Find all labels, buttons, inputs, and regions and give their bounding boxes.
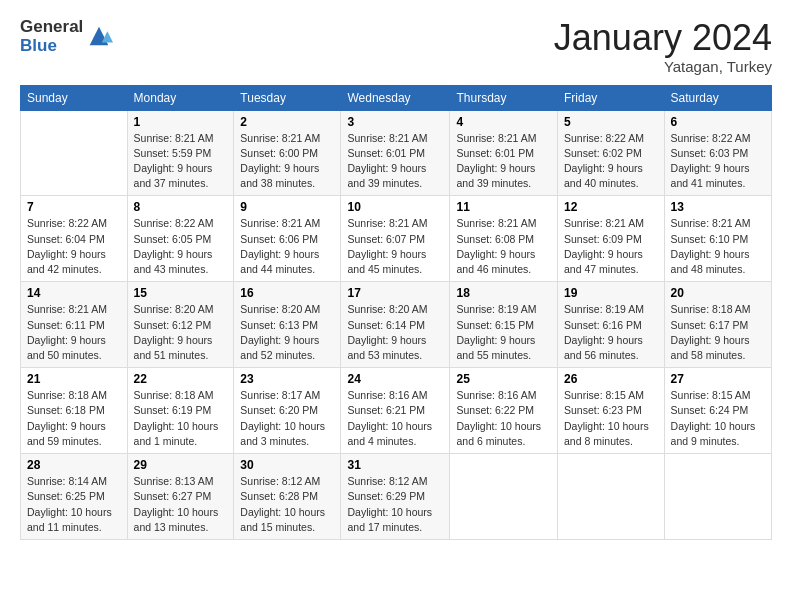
day-number: 17 [347, 286, 443, 300]
calendar-cell: 21Sunrise: 8:18 AMSunset: 6:18 PMDayligh… [21, 368, 128, 454]
day-number: 22 [134, 372, 228, 386]
calendar-cell: 5Sunrise: 8:22 AMSunset: 6:02 PMDaylight… [558, 110, 665, 196]
weekday-header-sunday: Sunday [21, 85, 128, 110]
day-info: Sunrise: 8:22 AMSunset: 6:05 PMDaylight:… [134, 216, 228, 277]
title-month: January 2024 [554, 18, 772, 58]
weekday-header-saturday: Saturday [664, 85, 771, 110]
logo-icon [85, 22, 113, 50]
day-number: 13 [671, 200, 765, 214]
day-info: Sunrise: 8:18 AMSunset: 6:18 PMDaylight:… [27, 388, 121, 449]
day-info: Sunrise: 8:21 AMSunset: 6:09 PMDaylight:… [564, 216, 658, 277]
calendar-cell: 7Sunrise: 8:22 AMSunset: 6:04 PMDaylight… [21, 196, 128, 282]
calendar-cell: 27Sunrise: 8:15 AMSunset: 6:24 PMDayligh… [664, 368, 771, 454]
day-number: 16 [240, 286, 334, 300]
weekday-header-monday: Monday [127, 85, 234, 110]
calendar-cell: 11Sunrise: 8:21 AMSunset: 6:08 PMDayligh… [450, 196, 558, 282]
calendar-cell: 19Sunrise: 8:19 AMSunset: 6:16 PMDayligh… [558, 282, 665, 368]
day-number: 29 [134, 458, 228, 472]
calendar-cell: 16Sunrise: 8:20 AMSunset: 6:13 PMDayligh… [234, 282, 341, 368]
day-info: Sunrise: 8:15 AMSunset: 6:24 PMDaylight:… [671, 388, 765, 449]
logo-blue: Blue [20, 37, 83, 56]
day-number: 9 [240, 200, 334, 214]
calendar-cell: 14Sunrise: 8:21 AMSunset: 6:11 PMDayligh… [21, 282, 128, 368]
calendar-cell: 12Sunrise: 8:21 AMSunset: 6:09 PMDayligh… [558, 196, 665, 282]
weekday-header-friday: Friday [558, 85, 665, 110]
day-info: Sunrise: 8:16 AMSunset: 6:22 PMDaylight:… [456, 388, 551, 449]
day-number: 20 [671, 286, 765, 300]
title-block: January 2024 Yatagan, Turkey [554, 18, 772, 75]
day-info: Sunrise: 8:13 AMSunset: 6:27 PMDaylight:… [134, 474, 228, 535]
day-number: 21 [27, 372, 121, 386]
calendar-cell: 2Sunrise: 8:21 AMSunset: 6:00 PMDaylight… [234, 110, 341, 196]
calendar-cell: 28Sunrise: 8:14 AMSunset: 6:25 PMDayligh… [21, 454, 128, 540]
weekday-header-thursday: Thursday [450, 85, 558, 110]
day-info: Sunrise: 8:21 AMSunset: 6:11 PMDaylight:… [27, 302, 121, 363]
day-number: 18 [456, 286, 551, 300]
day-info: Sunrise: 8:14 AMSunset: 6:25 PMDaylight:… [27, 474, 121, 535]
day-number: 12 [564, 200, 658, 214]
calendar-cell: 8Sunrise: 8:22 AMSunset: 6:05 PMDaylight… [127, 196, 234, 282]
day-number: 10 [347, 200, 443, 214]
day-info: Sunrise: 8:21 AMSunset: 6:01 PMDaylight:… [347, 131, 443, 192]
day-info: Sunrise: 8:21 AMSunset: 6:00 PMDaylight:… [240, 131, 334, 192]
day-number: 5 [564, 115, 658, 129]
day-number: 2 [240, 115, 334, 129]
day-info: Sunrise: 8:21 AMSunset: 6:08 PMDaylight:… [456, 216, 551, 277]
day-info: Sunrise: 8:12 AMSunset: 6:28 PMDaylight:… [240, 474, 334, 535]
calendar-week-row: 1Sunrise: 8:21 AMSunset: 5:59 PMDaylight… [21, 110, 772, 196]
day-info: Sunrise: 8:17 AMSunset: 6:20 PMDaylight:… [240, 388, 334, 449]
calendar-cell: 13Sunrise: 8:21 AMSunset: 6:10 PMDayligh… [664, 196, 771, 282]
calendar-cell: 10Sunrise: 8:21 AMSunset: 6:07 PMDayligh… [341, 196, 450, 282]
day-number: 23 [240, 372, 334, 386]
calendar-week-row: 28Sunrise: 8:14 AMSunset: 6:25 PMDayligh… [21, 454, 772, 540]
calendar-cell: 18Sunrise: 8:19 AMSunset: 6:15 PMDayligh… [450, 282, 558, 368]
day-info: Sunrise: 8:21 AMSunset: 6:07 PMDaylight:… [347, 216, 443, 277]
day-number: 31 [347, 458, 443, 472]
calendar-cell [664, 454, 771, 540]
calendar-week-row: 21Sunrise: 8:18 AMSunset: 6:18 PMDayligh… [21, 368, 772, 454]
day-number: 25 [456, 372, 551, 386]
day-number: 27 [671, 372, 765, 386]
day-info: Sunrise: 8:12 AMSunset: 6:29 PMDaylight:… [347, 474, 443, 535]
calendar-cell: 17Sunrise: 8:20 AMSunset: 6:14 PMDayligh… [341, 282, 450, 368]
calendar-cell: 23Sunrise: 8:17 AMSunset: 6:20 PMDayligh… [234, 368, 341, 454]
logo-general: General [20, 18, 83, 37]
calendar-cell [450, 454, 558, 540]
weekday-header-tuesday: Tuesday [234, 85, 341, 110]
day-info: Sunrise: 8:19 AMSunset: 6:16 PMDaylight:… [564, 302, 658, 363]
calendar-cell: 9Sunrise: 8:21 AMSunset: 6:06 PMDaylight… [234, 196, 341, 282]
day-info: Sunrise: 8:18 AMSunset: 6:17 PMDaylight:… [671, 302, 765, 363]
calendar-week-row: 14Sunrise: 8:21 AMSunset: 6:11 PMDayligh… [21, 282, 772, 368]
weekday-header-row: SundayMondayTuesdayWednesdayThursdayFrid… [21, 85, 772, 110]
day-info: Sunrise: 8:22 AMSunset: 6:02 PMDaylight:… [564, 131, 658, 192]
calendar-cell: 20Sunrise: 8:18 AMSunset: 6:17 PMDayligh… [664, 282, 771, 368]
day-number: 14 [27, 286, 121, 300]
day-number: 6 [671, 115, 765, 129]
day-number: 19 [564, 286, 658, 300]
day-info: Sunrise: 8:21 AMSunset: 6:01 PMDaylight:… [456, 131, 551, 192]
calendar-cell: 4Sunrise: 8:21 AMSunset: 6:01 PMDaylight… [450, 110, 558, 196]
day-number: 7 [27, 200, 121, 214]
day-number: 4 [456, 115, 551, 129]
calendar-cell: 3Sunrise: 8:21 AMSunset: 6:01 PMDaylight… [341, 110, 450, 196]
day-info: Sunrise: 8:19 AMSunset: 6:15 PMDaylight:… [456, 302, 551, 363]
calendar-cell: 15Sunrise: 8:20 AMSunset: 6:12 PMDayligh… [127, 282, 234, 368]
day-number: 8 [134, 200, 228, 214]
day-number: 11 [456, 200, 551, 214]
calendar-cell: 25Sunrise: 8:16 AMSunset: 6:22 PMDayligh… [450, 368, 558, 454]
day-info: Sunrise: 8:21 AMSunset: 5:59 PMDaylight:… [134, 131, 228, 192]
day-number: 15 [134, 286, 228, 300]
calendar-cell [21, 110, 128, 196]
weekday-header-wednesday: Wednesday [341, 85, 450, 110]
calendar-cell: 22Sunrise: 8:18 AMSunset: 6:19 PMDayligh… [127, 368, 234, 454]
day-number: 1 [134, 115, 228, 129]
day-info: Sunrise: 8:16 AMSunset: 6:21 PMDaylight:… [347, 388, 443, 449]
title-location: Yatagan, Turkey [554, 58, 772, 75]
day-number: 3 [347, 115, 443, 129]
calendar-cell: 1Sunrise: 8:21 AMSunset: 5:59 PMDaylight… [127, 110, 234, 196]
calendar-cell: 30Sunrise: 8:12 AMSunset: 6:28 PMDayligh… [234, 454, 341, 540]
day-info: Sunrise: 8:20 AMSunset: 6:12 PMDaylight:… [134, 302, 228, 363]
day-info: Sunrise: 8:18 AMSunset: 6:19 PMDaylight:… [134, 388, 228, 449]
calendar-cell: 31Sunrise: 8:12 AMSunset: 6:29 PMDayligh… [341, 454, 450, 540]
calendar-week-row: 7Sunrise: 8:22 AMSunset: 6:04 PMDaylight… [21, 196, 772, 282]
